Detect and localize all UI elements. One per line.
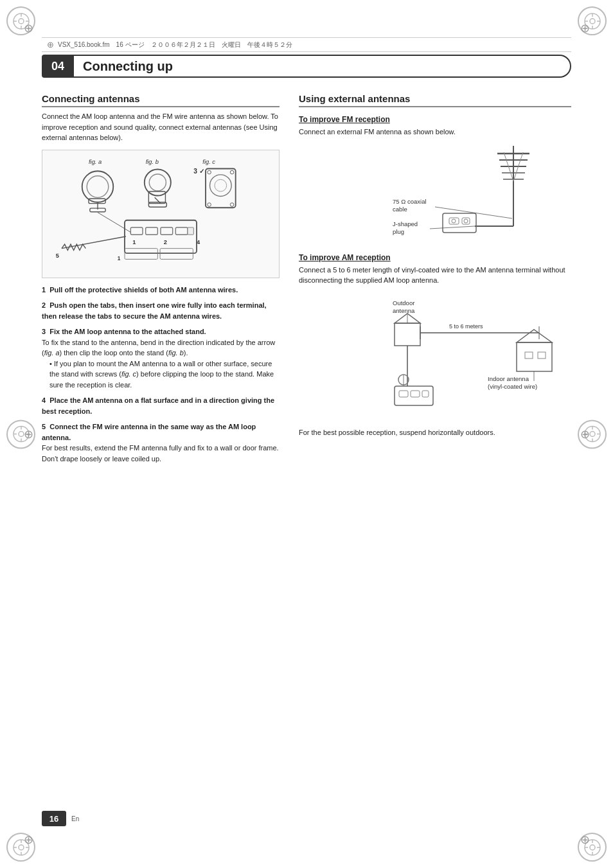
reg-mark-bl: ⊕ [19, 831, 37, 849]
svg-text:3 ✓: 3 ✓ [193, 168, 204, 175]
svg-rect-112 [422, 391, 429, 397]
external-antennas-title: Using external antennas [299, 93, 571, 107]
top-metadata-bar: ⊕ VSX_516.book.fm 16 ページ ２００６年２月２１日 火曜日 … [42, 37, 571, 52]
am-antenna-diagram: Outdoor antenna 5 to 6 meters Indoor a [299, 291, 571, 420]
step-1-text: 1 Pull off the protective shields of bot… [42, 285, 280, 296]
svg-rect-110 [399, 391, 408, 397]
reg-mark-tl: ⊕ [19, 19, 37, 37]
fm-text: Connect an external FM antenna as shown … [299, 127, 571, 137]
svg-text:4: 4 [197, 239, 200, 245]
am-subsection-title: To improve AM reception [299, 253, 571, 262]
svg-text:fig. c: fig. c [202, 159, 215, 165]
svg-text:fig. a: fig. a [89, 159, 102, 165]
svg-line-89 [435, 207, 512, 218]
page-footer: 16 En [42, 811, 79, 826]
cross-mark-icon: ⊕ [47, 40, 54, 49]
svg-text:cable: cable [393, 206, 407, 213]
page-language: En [71, 815, 79, 822]
svg-text:plug: plug [393, 228, 404, 235]
chapter-number: 04 [42, 55, 74, 78]
svg-rect-71 [160, 248, 193, 259]
antenna-diagram: fig. a fig. b fig. c [42, 150, 280, 278]
reg-mark-tr: ⊕ [576, 19, 594, 37]
svg-rect-104 [525, 352, 533, 359]
reg-mark-ml: ⊕ [19, 425, 37, 443]
step-3-bullet: If you plan to mount the AM antenna to a… [49, 359, 280, 391]
step-5-bold: 5 Connect the FM wire antenna in the sam… [42, 421, 280, 443]
svg-point-51 [215, 179, 227, 191]
svg-text:J-shaped: J-shaped [393, 220, 418, 227]
svg-rect-60 [161, 227, 173, 235]
chapter-title: Connecting up [74, 55, 571, 78]
svg-rect-109 [395, 386, 433, 405]
svg-point-55 [230, 202, 234, 206]
fm-subsection-title: To improve FM reception [299, 115, 571, 124]
am-text: Connect a 5 to 6 meter length of vinyl-c… [299, 265, 571, 286]
svg-rect-105 [538, 352, 546, 359]
svg-text:75 Ω coaxial: 75 Ω coaxial [393, 198, 427, 205]
svg-point-53 [230, 170, 234, 174]
svg-line-66 [62, 236, 126, 249]
right-column: Using external antennas To improve FM re… [299, 93, 571, 469]
step-3: 3 Fix the AM loop antenna to the attache… [42, 326, 280, 390]
svg-rect-61 [175, 227, 188, 235]
fm-antenna-diagram: 75 Ω coaxial cable J-shaped plug [299, 143, 571, 245]
svg-text:1: 1 [118, 255, 121, 261]
step-2-text: 2 Push open the tabs, then insert one wi… [42, 300, 280, 321]
reg-mark-br: ⊕ [576, 831, 594, 849]
page-number: 16 [42, 811, 66, 826]
svg-rect-83 [449, 218, 459, 224]
step-5-text: For best results, extend the FM antenna … [42, 443, 280, 464]
svg-point-50 [210, 174, 232, 196]
svg-text:antenna: antenna [393, 307, 415, 314]
svg-text:Outdoor: Outdoor [393, 299, 414, 306]
svg-text:5: 5 [56, 252, 59, 258]
svg-rect-58 [130, 227, 143, 235]
connecting-antennas-title: Connecting antennas [42, 93, 280, 107]
step-3-text: To fix the stand to the antenna, bend in… [42, 337, 280, 359]
svg-point-45 [149, 173, 166, 190]
step-5: 5 Connect the FM wire antenna in the sam… [42, 421, 280, 464]
step-1: 1 Pull off the protective shields of bot… [42, 285, 280, 296]
left-column: Connecting antennas Connect the AM loop … [42, 93, 280, 469]
svg-text:5 to 6 meters: 5 to 6 meters [449, 323, 483, 330]
svg-point-86 [464, 219, 468, 223]
reg-mark-mr: ⊕ [576, 425, 594, 443]
svg-rect-102 [517, 342, 552, 371]
svg-text:2: 2 [164, 239, 167, 245]
svg-marker-103 [517, 330, 552, 342]
svg-text:fig. b: fig. b [146, 159, 159, 165]
svg-rect-59 [146, 227, 158, 235]
svg-text:(vinyl-coated wire): (vinyl-coated wire) [488, 383, 537, 390]
file-info-text: VSX_516.book.fm 16 ページ ２００６年２月２１日 火曜日 午後… [58, 40, 292, 49]
svg-line-69 [98, 212, 130, 232]
am-footer-text: For the best possible reception, suspend… [299, 427, 571, 438]
step-3-bold: 3 Fix the AM loop antenna to the attache… [42, 326, 280, 337]
svg-point-54 [208, 202, 211, 206]
svg-text:1: 1 [132, 239, 136, 245]
svg-rect-48 [148, 202, 166, 206]
step-2: 2 Push open the tabs, then insert one wi… [42, 300, 280, 321]
step-4-text: 4 Place the AM antenna on a flat surface… [42, 395, 280, 416]
intro-text: Connect the AM loop antenna and the FM w… [42, 111, 280, 143]
svg-rect-46 [148, 191, 165, 204]
step-4: 4 Place the AM antenna on a flat surface… [42, 395, 280, 416]
svg-rect-62 [188, 227, 193, 235]
svg-rect-70 [125, 248, 157, 259]
chapter-header: 04 Connecting up [42, 55, 571, 78]
svg-rect-93 [395, 323, 420, 346]
svg-rect-111 [411, 391, 420, 397]
main-content: Connecting antennas Connect the AM loop … [42, 93, 571, 469]
svg-text:Indoor antenna: Indoor antenna [488, 375, 529, 382]
svg-line-92 [430, 226, 475, 229]
svg-point-85 [452, 219, 456, 223]
svg-rect-82 [443, 213, 476, 233]
svg-point-40 [87, 175, 109, 197]
svg-point-52 [208, 170, 211, 174]
